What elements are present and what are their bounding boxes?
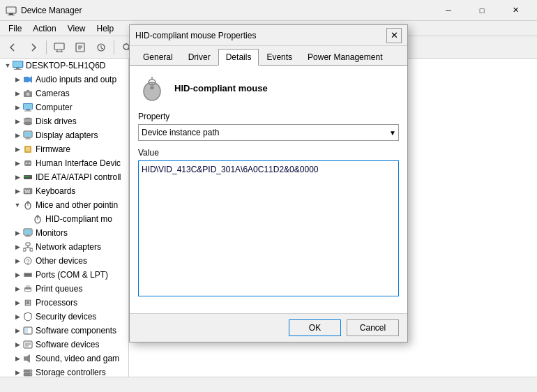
tab-general[interactable]: General [135,49,181,66]
property-select[interactable]: Device instance path [138,124,399,141]
dialog-title-bar: HID-compliant mouse Properties ✕ [130,25,407,46]
dialog-overlay: HID-compliant mouse Properties ✕ General… [0,0,537,392]
svg-rect-102 [150,86,154,89]
tab-details[interactable]: Details [218,49,259,66]
device-icon [138,74,166,102]
dialog-body: HID-compliant mouse Property Device inst… [130,66,407,313]
cancel-button[interactable]: Cancel [347,319,399,336]
properties-dialog: HID-compliant mouse Properties ✕ General… [129,24,408,342]
dialog-title: HID-compliant mouse Properties [135,31,386,40]
value-content: HID\VID_413C&PID_301A\6A0C11D2&0&0000 [142,165,319,174]
property-section-label: Property [138,112,399,121]
property-select-wrapper: Device instance path ▼ [138,124,399,141]
tab-power[interactable]: Power Management [300,49,390,66]
tab-driver[interactable]: Driver [181,49,218,66]
ok-button[interactable]: OK [289,319,341,336]
device-name-label: HID-compliant mouse [174,83,268,93]
dialog-footer: OK Cancel [130,313,407,342]
value-section-label: Value [138,148,399,158]
device-header: HID-compliant mouse [138,74,399,102]
tab-events[interactable]: Events [259,49,300,66]
dialog-tabs: General Driver Details Events Power Mana… [130,46,407,66]
value-box: HID\VID_413C&PID_301A\6A0C11D2&0&0000 [138,160,399,296]
dialog-close-button[interactable]: ✕ [386,28,402,43]
